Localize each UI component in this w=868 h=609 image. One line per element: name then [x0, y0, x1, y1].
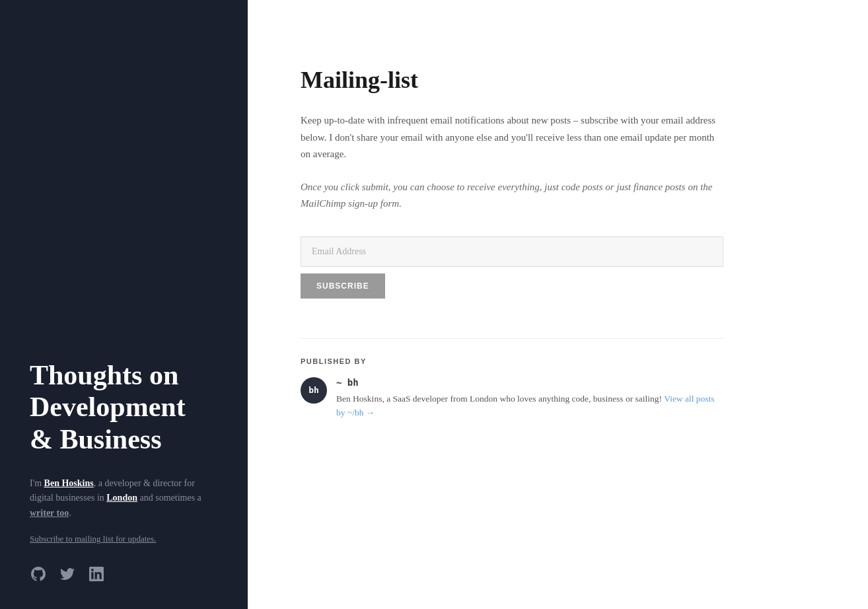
avatar: bh [301, 377, 327, 404]
social-icons [30, 565, 218, 583]
site-title: Thoughts on Development & Business [30, 359, 218, 455]
linkedin-icon[interactable] [88, 565, 105, 583]
main-content: Mailing-list Keep up-to-date with infreq… [248, 0, 868, 609]
github-icon[interactable] [30, 565, 47, 583]
sidebar: Thoughts on Development & Business I'm B… [0, 0, 248, 609]
published-by-label: PUBLISHED BY [301, 357, 815, 365]
twitter-icon[interactable] [59, 565, 76, 583]
author-description: Ben Hoskins, a SaaS developer from Londo… [336, 392, 723, 420]
mailing-list-link[interactable]: Subscribe to mailing list for updates. [30, 534, 218, 544]
sidebar-bio: I'm Ben Hoskins, a developer & director … [30, 476, 218, 520]
email-form: SUBSCRIBE [301, 236, 723, 299]
location-link[interactable]: London [106, 493, 137, 503]
author-info: ~ bh Ben Hoskins, a SaaS developer from … [336, 377, 723, 420]
email-input[interactable] [301, 236, 723, 267]
author-section: bh ~ bh Ben Hoskins, a SaaS developer fr… [301, 377, 723, 420]
description-paragraph-1: Keep up-to-date with infrequent email no… [301, 112, 723, 163]
author-name-link[interactable]: Ben Hoskins [44, 478, 94, 488]
page-title: Mailing-list [301, 66, 815, 94]
section-divider [301, 338, 723, 339]
author-handle: ~ bh [336, 377, 723, 388]
writer-link[interactable]: writer too [30, 508, 69, 518]
subscribe-button[interactable]: SUBSCRIBE [301, 273, 385, 299]
description-paragraph-2: Once you click submit, you can choose to… [301, 179, 723, 213]
